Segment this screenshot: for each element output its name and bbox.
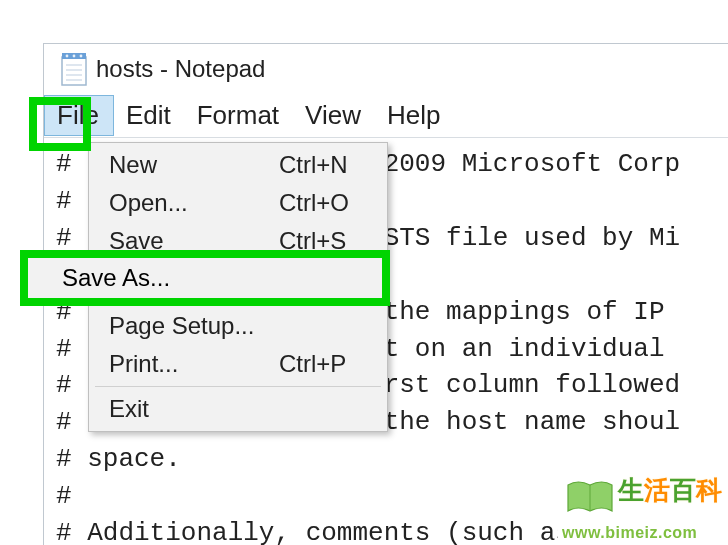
menu-open-label: Open... — [109, 189, 188, 217]
svg-rect-0 — [62, 57, 86, 85]
watermark: 生活百科 www.bimeiz.com — [558, 471, 728, 545]
notepad-icon — [60, 51, 88, 87]
menu-save[interactable]: Save Ctrl+S — [91, 222, 385, 260]
menu-separator-2 — [95, 386, 381, 387]
menu-new-shortcut: Ctrl+N — [279, 151, 348, 179]
watermark-url: www.bimeiz.com — [562, 524, 697, 542]
menu-new[interactable]: New Ctrl+N — [91, 146, 385, 184]
book-icon — [566, 479, 614, 517]
menu-new-label: New — [109, 151, 157, 179]
menu-page-setup[interactable]: Page Setup... — [91, 307, 385, 345]
menu-help[interactable]: Help — [375, 96, 454, 135]
menu-separator-1 — [95, 303, 381, 304]
menu-save-as[interactable]: Save As... — [28, 258, 382, 298]
menu-view[interactable]: View — [293, 96, 375, 135]
menu-save-label: Save — [109, 227, 164, 255]
menu-print-label: Print... — [109, 350, 178, 378]
svg-point-3 — [73, 55, 76, 58]
menu-save-shortcut: Ctrl+S — [279, 227, 346, 255]
titlebar: hosts - Notepad — [44, 44, 728, 94]
watermark-brand: 生活百科 — [618, 473, 722, 508]
window-title: hosts - Notepad — [96, 55, 265, 83]
menu-edit[interactable]: Edit — [114, 96, 185, 135]
menu-print[interactable]: Print... Ctrl+P — [91, 345, 385, 383]
menu-saveas-label: Save As... — [62, 264, 170, 292]
svg-point-2 — [66, 55, 69, 58]
menu-file[interactable]: File — [44, 95, 114, 136]
menu-print-shortcut: Ctrl+P — [279, 350, 346, 378]
svg-point-4 — [80, 55, 83, 58]
menu-exit[interactable]: Exit — [91, 390, 385, 428]
menubar: File Edit Format View Help — [44, 94, 728, 138]
menu-format[interactable]: Format — [185, 96, 293, 135]
menu-open[interactable]: Open... Ctrl+O — [91, 184, 385, 222]
menu-open-shortcut: Ctrl+O — [279, 189, 349, 217]
menu-exit-label: Exit — [109, 395, 149, 423]
menu-pagesetup-label: Page Setup... — [109, 312, 254, 340]
